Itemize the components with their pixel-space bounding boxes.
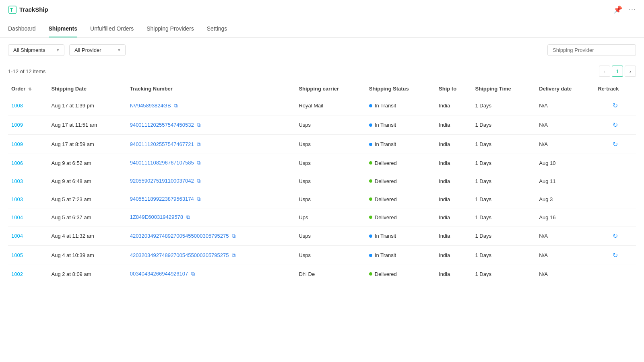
retrack-button[interactable]: ↻: [598, 140, 633, 148]
tracking-link[interactable]: 9205590275191100037042: [130, 178, 194, 184]
tracking-link[interactable]: 1Z849E600319429578: [130, 214, 183, 220]
filters-bar: All Shipments ▾ All Provider ▾: [0, 38, 644, 62]
tracking-link[interactable]: 9400111108296767107585: [130, 160, 194, 166]
cell-status: In Transit: [366, 115, 436, 135]
order-link[interactable]: 1008: [11, 103, 23, 109]
nav-shipping-providers[interactable]: Shipping Providers: [147, 19, 194, 37]
copy-icon[interactable]: ⧉: [197, 196, 200, 202]
cell-ship-to: India: [436, 246, 472, 265]
logo: T TrackShip: [8, 5, 48, 14]
cell-status: In Transit: [366, 246, 436, 265]
status-dot: [369, 123, 372, 127]
shipping-provider-search[interactable]: [547, 44, 636, 56]
cell-carrier: Dhl De: [295, 265, 365, 283]
shipments-table-wrap: Order ⇅ Shipping Date Tracking Number Sh…: [0, 82, 644, 283]
pin-icon[interactable]: 📌: [613, 5, 622, 14]
status-label: Delivered: [375, 271, 397, 277]
tracking-link[interactable]: 9400111202557547450532: [130, 122, 194, 128]
shipments-table: Order ⇅ Shipping Date Tracking Number Sh…: [8, 82, 636, 283]
cell-retrack: ↻: [594, 226, 636, 246]
nav-unfulfilled-orders[interactable]: Unfulfilled Orders: [90, 19, 134, 37]
cell-tracking-number: 9205590275191100037042 ⧉: [127, 172, 296, 190]
app-name: TrackShip: [19, 6, 48, 13]
more-icon[interactable]: ···: [629, 5, 636, 14]
retrack-button[interactable]: ↻: [598, 121, 633, 129]
status-dot: [369, 161, 372, 165]
copy-icon[interactable]: ⧉: [191, 271, 195, 277]
copy-icon[interactable]: ⧉: [232, 233, 235, 239]
copy-icon[interactable]: ⧉: [186, 214, 190, 220]
copy-icon[interactable]: ⧉: [197, 141, 200, 148]
copy-icon[interactable]: ⧉: [232, 252, 235, 259]
cell-status: Delivered: [366, 265, 436, 283]
status-dot: [369, 143, 372, 146]
retrack-button[interactable]: ↻: [598, 232, 633, 240]
order-link[interactable]: 1005: [11, 252, 23, 258]
cell-shipping-time: 1 Days: [472, 226, 536, 246]
table-row: 1006 Aug 9 at 6:52 am 940011110829676710…: [8, 154, 636, 172]
provider-filter[interactable]: All Provider ▾: [69, 44, 126, 56]
copy-icon[interactable]: ⧉: [174, 103, 178, 109]
filter-left: All Shipments ▾ All Provider ▾: [8, 44, 126, 56]
cell-shipping-time: 1 Days: [472, 208, 536, 226]
cell-shipping-date: Aug 9 at 6:52 am: [48, 154, 127, 172]
order-link[interactable]: 1004: [11, 233, 23, 239]
cell-carrier: Usps: [295, 115, 365, 135]
cell-delivery-date: Aug 3: [536, 190, 594, 208]
tracking-link[interactable]: 00340434266944926107: [130, 271, 188, 277]
order-link[interactable]: 1002: [11, 271, 23, 277]
order-link[interactable]: 1003: [11, 196, 23, 202]
cell-shipping-time: 1 Days: [472, 115, 536, 135]
tracking-link[interactable]: 4203203492748927005455000305795275: [130, 252, 229, 258]
order-link[interactable]: 1003: [11, 178, 23, 184]
order-link[interactable]: 1009: [11, 122, 23, 128]
cell-delivery-date: Aug 11: [536, 172, 594, 190]
table-header: Order ⇅ Shipping Date Tracking Number Sh…: [8, 82, 636, 96]
provider-filter-label: All Provider: [74, 47, 101, 53]
cell-retrack: [594, 265, 636, 283]
cell-carrier: Ups: [295, 208, 365, 226]
items-count: 1-12 of 12 items: [8, 68, 45, 74]
nav-dashboard[interactable]: Dashboard: [8, 19, 36, 37]
tracking-link[interactable]: 9400111202557547467721: [130, 141, 194, 147]
status-dot: [369, 197, 372, 201]
cell-carrier: Usps: [295, 226, 365, 246]
shipments-filter[interactable]: All Shipments ▾: [8, 44, 64, 56]
next-page-button[interactable]: ›: [625, 66, 636, 77]
page-1-button[interactable]: 1: [612, 66, 623, 77]
cell-delivery-date: N/A: [536, 96, 594, 115]
tracking-link[interactable]: 4203203492748927005455000305795275: [130, 233, 229, 239]
order-link[interactable]: 1006: [11, 160, 23, 166]
cell-shipping-time: 1 Days: [472, 154, 536, 172]
order-link[interactable]: 1004: [11, 214, 23, 220]
nav-shipments[interactable]: Shipments: [49, 19, 78, 37]
status-label: In Transit: [375, 141, 396, 147]
cell-shipping-date: Aug 17 at 8:59 am: [48, 135, 127, 154]
cell-status: Delivered: [366, 154, 436, 172]
tracking-link[interactable]: NV945893824GB: [130, 103, 171, 109]
nav-settings[interactable]: Settings: [207, 19, 227, 37]
cell-retrack: ↻: [594, 246, 636, 265]
col-ship-to: Ship to: [436, 82, 472, 96]
status-dot: [369, 272, 372, 276]
table-row: 1004 Aug 5 at 6:37 am 1Z849E600319429578…: [8, 208, 636, 226]
cell-tracking-number: 9400111202557547467721 ⧉: [127, 135, 296, 154]
retrack-button[interactable]: ↻: [598, 102, 633, 109]
prev-page-button[interactable]: ‹: [599, 66, 610, 77]
order-link[interactable]: 1009: [11, 141, 23, 147]
cell-order: 1003: [8, 172, 48, 190]
shipments-filter-label: All Shipments: [13, 47, 45, 53]
copy-icon[interactable]: ⧉: [197, 178, 200, 184]
cell-shipping-date: Aug 4 at 10:39 am: [48, 246, 127, 265]
status-label: Delivered: [375, 178, 397, 184]
tracking-link[interactable]: 9405511899223879563174: [130, 196, 194, 202]
col-tracking-number: Tracking Number: [127, 82, 296, 96]
cell-status: Delivered: [366, 208, 436, 226]
cell-order: 1005: [8, 246, 48, 265]
copy-icon[interactable]: ⧉: [197, 122, 200, 128]
cell-ship-to: India: [436, 190, 472, 208]
cell-status: In Transit: [366, 96, 436, 115]
main-nav: Dashboard Shipments Unfulfilled Orders S…: [0, 19, 644, 38]
copy-icon[interactable]: ⧉: [197, 160, 200, 166]
retrack-button[interactable]: ↻: [598, 251, 633, 259]
